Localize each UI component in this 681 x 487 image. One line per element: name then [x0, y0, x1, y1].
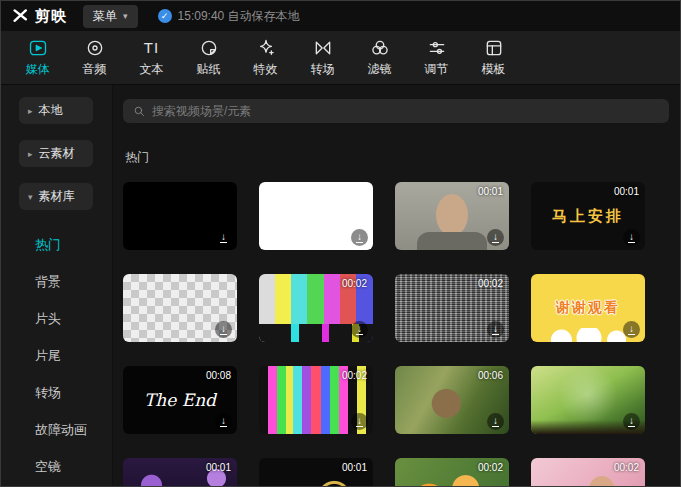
download-icon[interactable]: ↓ [623, 321, 640, 338]
material-thumbnail[interactable]: ↓ [123, 274, 237, 342]
sidebar-item-transition[interactable]: 转场 [1, 374, 112, 411]
autosave-text: 15:09:40 自动保存本地 [178, 8, 300, 25]
tab-adjust[interactable]: 调节 [408, 38, 465, 78]
chevron-down-icon: ▾ [28, 192, 33, 202]
material-thumbnail[interactable]: 00:02↓ [259, 274, 373, 342]
duration-badge: 00:02 [342, 278, 367, 289]
material-thumbnail[interactable]: ↓ [531, 366, 645, 434]
duration-badge: 00:06 [478, 370, 503, 381]
autosave-status: ✓ 15:09:40 自动保存本地 [158, 8, 300, 25]
panel-tabbar: 媒体 音频 TI 文本 贴纸 特效 转场 [1, 31, 680, 85]
chevron-right-icon: ▸ [28, 149, 33, 159]
template-icon [484, 38, 504, 58]
download-arrow-glyph: ↓ [220, 324, 227, 335]
text-icon: TI [144, 38, 159, 58]
sidebar-group-local[interactable]: ▸ 本地 [19, 97, 93, 124]
download-arrow-glyph: ↓ [356, 416, 363, 427]
sidebar-group-label: 本地 [39, 102, 63, 119]
menu-button[interactable]: 菜单 ▾ [83, 5, 138, 28]
material-grid: ↓↓00:01↓马上安排00:01↓↓00:02↓00:02↓谢谢观看↓The … [123, 182, 669, 486]
audio-icon [85, 38, 105, 58]
download-icon[interactable]: ↓ [487, 229, 504, 246]
download-icon[interactable]: ↓ [623, 413, 640, 430]
download-arrow-glyph: ↓ [220, 416, 227, 427]
download-icon[interactable]: ↓ [487, 321, 504, 338]
search-input[interactable] [152, 104, 659, 118]
material-thumbnail[interactable]: 马上安排00:01↓ [531, 182, 645, 250]
material-thumbnail[interactable]: 00:01↓ [123, 458, 237, 486]
tab-label: 模板 [482, 61, 506, 78]
download-arrow-glyph: ↓ [356, 232, 363, 243]
download-icon[interactable]: ↓ [351, 413, 368, 430]
tab-effects[interactable]: 特效 [237, 38, 294, 78]
duration-badge: 00:01 [614, 186, 639, 197]
search-icon [133, 105, 146, 118]
material-thumbnail[interactable]: 00:02↓ [395, 274, 509, 342]
material-thumbnail[interactable]: The End00:08↓ [123, 366, 237, 434]
sticker-icon [199, 38, 219, 58]
search-bar[interactable] [123, 99, 669, 123]
download-arrow-glyph: ↓ [492, 416, 499, 427]
tab-media[interactable]: 媒体 [9, 38, 66, 78]
sidebar-group-label: 素材库 [39, 188, 75, 205]
tab-template[interactable]: 模板 [465, 38, 522, 78]
duration-badge: 00:02 [342, 370, 367, 381]
tab-label: 转场 [311, 61, 335, 78]
capcut-window: 剪映 菜单 ▾ ✓ 15:09:40 自动保存本地 媒体 音频 TI 文本 [0, 0, 681, 487]
duration-badge: 00:01 [206, 462, 231, 473]
download-arrow-glyph: ↓ [492, 324, 499, 335]
material-thumbnail[interactable]: 00:02↓ [531, 458, 645, 486]
duration-badge: 00:01 [342, 462, 367, 473]
material-thumbnail[interactable]: 00:06↓ [395, 366, 509, 434]
tab-transition[interactable]: 转场 [294, 38, 351, 78]
download-icon[interactable]: ↓ [351, 229, 368, 246]
download-icon[interactable]: ↓ [623, 229, 640, 246]
download-arrow-glyph: ↓ [628, 324, 635, 335]
tab-label: 贴纸 [197, 61, 221, 78]
material-thumbnail[interactable]: 00:01↓ [395, 182, 509, 250]
sidebar-group-cloud[interactable]: ▸ 云素材 [19, 140, 93, 167]
titlebar: 剪映 菜单 ▾ ✓ 15:09:40 自动保存本地 [1, 1, 680, 31]
sidebar-item-background[interactable]: 背景 [1, 263, 112, 300]
tab-audio[interactable]: 音频 [66, 38, 123, 78]
download-icon[interactable]: ↓ [351, 321, 368, 338]
chevron-right-icon: ▸ [28, 106, 33, 116]
sidebar-item-empty-shot[interactable]: 空镜 [1, 448, 112, 485]
material-thumbnail[interactable]: 00:02↓ [395, 458, 509, 486]
filter-icon [370, 38, 390, 58]
app-name: 剪映 [35, 7, 67, 26]
sidebar-group-library[interactable]: ▾ 素材库 [19, 183, 93, 210]
tab-label: 特效 [254, 61, 278, 78]
material-thumbnail[interactable]: 谢谢观看↓ [531, 274, 645, 342]
download-arrow-glyph: ↓ [220, 232, 227, 243]
check-icon: ✓ [158, 9, 172, 23]
download-arrow-glyph: ↓ [628, 416, 635, 427]
material-thumbnail[interactable]: 00:02↓ [259, 366, 373, 434]
capcut-logo-icon [13, 8, 29, 24]
download-icon[interactable]: ↓ [215, 229, 232, 246]
material-thumbnail[interactable]: 00:01↓ [259, 458, 373, 486]
sidebar-group-label: 云素材 [39, 145, 75, 162]
sidebar-item-intro[interactable]: 片头 [1, 300, 112, 337]
adjust-icon [427, 38, 447, 58]
download-icon[interactable]: ↓ [215, 321, 232, 338]
download-icon[interactable]: ↓ [215, 413, 232, 430]
material-thumbnail[interactable]: ↓ [123, 182, 237, 250]
tab-sticker[interactable]: 贴纸 [180, 38, 237, 78]
material-thumbnail[interactable]: ↓ [259, 182, 373, 250]
tab-filter[interactable]: 滤镜 [351, 38, 408, 78]
transition-icon [313, 38, 333, 58]
material-panel: 热门 ↓↓00:01↓马上安排00:01↓↓00:02↓00:02↓谢谢观看↓T… [113, 85, 680, 486]
download-icon[interactable]: ↓ [487, 413, 504, 430]
sidebar-item-hot[interactable]: 热门 [1, 226, 112, 263]
sidebar-item-glitch-animation[interactable]: 故障动画 [1, 411, 112, 448]
chevron-down-icon: ▾ [123, 11, 128, 21]
tab-text[interactable]: TI 文本 [123, 38, 180, 78]
duration-badge: 00:02 [614, 462, 639, 473]
duration-badge: 00:08 [206, 370, 231, 381]
tab-label: 媒体 [26, 61, 50, 78]
tab-label: 音频 [83, 61, 107, 78]
sidebar-item-outro[interactable]: 片尾 [1, 337, 112, 374]
effects-icon [256, 38, 276, 58]
tab-label: 调节 [425, 61, 449, 78]
